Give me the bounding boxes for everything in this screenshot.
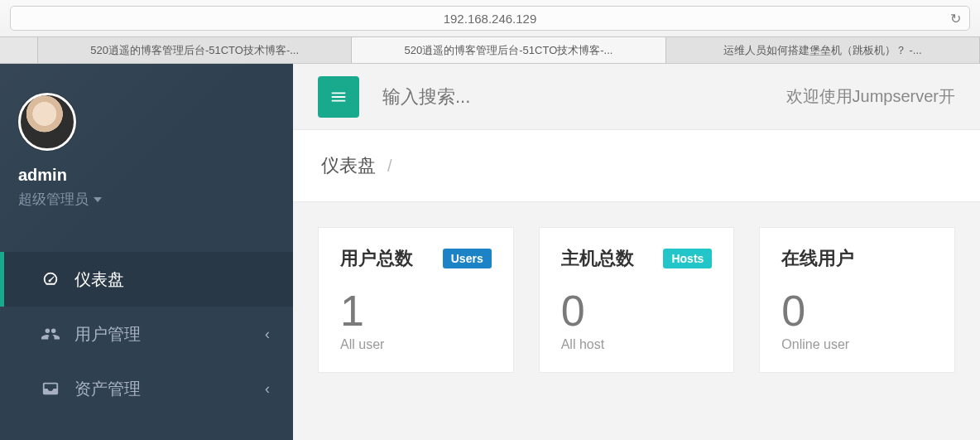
bars-icon bbox=[329, 88, 348, 106]
role-dropdown[interactable]: 超级管理员 bbox=[18, 190, 102, 209]
browser-tabs: 520逍遥的博客管理后台-51CTO技术博客-... 520逍遥的博客管理后台-… bbox=[0, 36, 980, 63]
card-head: 用户总数 Users bbox=[340, 246, 492, 271]
inbox-icon bbox=[40, 380, 61, 398]
app: admin 超级管理员 仪表盘 用户管理 ‹ bbox=[0, 64, 980, 440]
sidebar-item-label: 用户管理 bbox=[74, 323, 141, 346]
address-row: 192.168.246.129 ↻ bbox=[0, 0, 980, 36]
card-sub: All user bbox=[340, 337, 492, 352]
address-bar[interactable]: 192.168.246.129 ↻ bbox=[10, 6, 970, 31]
chevron-left-icon: ‹ bbox=[265, 326, 270, 343]
dashboard-icon bbox=[40, 270, 61, 288]
card-value: 0 bbox=[781, 289, 933, 332]
chevron-left-icon: ‹ bbox=[265, 380, 270, 398]
users-icon bbox=[40, 325, 61, 343]
card-title: 在线用户 bbox=[781, 246, 854, 271]
card-head: 在线用户 bbox=[781, 246, 933, 271]
card-value: 1 bbox=[340, 289, 492, 332]
sidebar-item-label: 仪表盘 bbox=[74, 268, 124, 291]
card-users: 用户总数 Users 1 All user bbox=[318, 227, 514, 373]
breadcrumb-sep: / bbox=[387, 157, 392, 176]
reload-icon[interactable]: ↻ bbox=[950, 11, 961, 27]
browser-tab[interactable] bbox=[0, 37, 38, 63]
card-online: 在线用户 0 Online user bbox=[759, 227, 955, 373]
role-label: 超级管理员 bbox=[18, 190, 89, 209]
avatar[interactable] bbox=[18, 93, 76, 151]
browser-tab[interactable]: 520逍遥的博客管理后台-51CTO技术博客-... bbox=[38, 37, 352, 63]
sidebar-item-dashboard[interactable]: 仪表盘 bbox=[0, 252, 293, 307]
browser-chrome: 192.168.246.129 ↻ 520逍遥的博客管理后台-51CTO技术博客… bbox=[0, 0, 980, 64]
sidebar-item-assets[interactable]: 资产管理 ‹ bbox=[0, 361, 293, 416]
menu-toggle-button[interactable] bbox=[318, 76, 359, 118]
sidebar: admin 超级管理员 仪表盘 用户管理 ‹ bbox=[0, 64, 293, 440]
caret-down-icon bbox=[94, 197, 102, 202]
browser-tab[interactable]: 运维人员如何搭建堡垒机（跳板机）？ -... bbox=[666, 37, 980, 63]
card-hosts: 主机总数 Hosts 0 All host bbox=[539, 227, 735, 373]
main-content: 欢迎使用Jumpserver开 仪表盘 / 用户总数 Users 1 All u… bbox=[293, 64, 980, 440]
badge-users[interactable]: Users bbox=[443, 249, 492, 268]
username: admin bbox=[18, 166, 293, 185]
breadcrumb: 仪表盘 / bbox=[293, 130, 980, 202]
url-text: 192.168.246.129 bbox=[444, 12, 537, 26]
card-title: 用户总数 bbox=[340, 246, 413, 271]
sidebar-item-label: 资产管理 bbox=[74, 378, 141, 400]
badge-hosts[interactable]: Hosts bbox=[663, 249, 712, 268]
card-head: 主机总数 Hosts bbox=[561, 246, 713, 271]
topbar: 欢迎使用Jumpserver开 bbox=[293, 64, 980, 130]
card-sub: All host bbox=[561, 337, 713, 352]
browser-tab[interactable]: 520逍遥的博客管理后台-51CTO技术博客-... bbox=[352, 37, 665, 63]
profile-block: admin 超级管理员 bbox=[18, 64, 293, 217]
search-input[interactable] bbox=[382, 86, 786, 108]
page-title: 仪表盘 bbox=[321, 153, 376, 178]
welcome-text: 欢迎使用Jumpserver开 bbox=[786, 85, 955, 108]
card-value: 0 bbox=[561, 289, 713, 332]
sidebar-item-users[interactable]: 用户管理 ‹ bbox=[0, 307, 293, 361]
card-sub: Online user bbox=[781, 337, 933, 352]
sidebar-nav: 仪表盘 用户管理 ‹ 资产管理 ‹ bbox=[0, 252, 293, 416]
card-title: 主机总数 bbox=[561, 246, 634, 271]
stat-cards: 用户总数 Users 1 All user 主机总数 Hosts 0 All h… bbox=[293, 202, 980, 373]
